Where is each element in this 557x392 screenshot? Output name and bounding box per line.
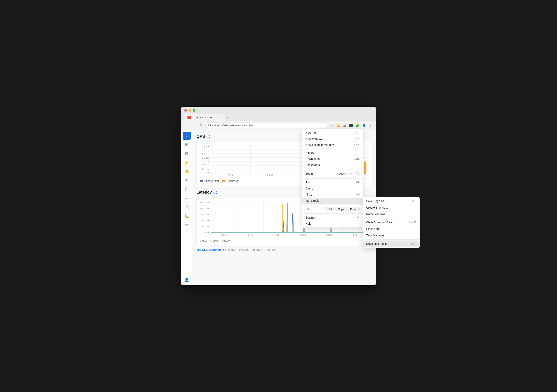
sidebar-item-cluster[interactable]: ⊞ — [183, 140, 191, 149]
document-icon: 📄 — [184, 205, 189, 209]
legend-999: 99.9% — [221, 239, 230, 242]
sidebar-item-user[interactable]: 👤 — [183, 276, 191, 284]
submenu-item-save[interactable]: Save Page As... ⌘S — [363, 198, 419, 204]
submenu-item-name-window[interactable]: Name Window... — [363, 211, 419, 217]
zoom-expand-button[interactable]: ⛶ — [355, 171, 360, 176]
sidebar-item-overview[interactable]: ≡ — [183, 132, 191, 140]
user-icon: 👤 — [184, 278, 189, 282]
menu-item-bookmarks[interactable]: Bookmarks › — [302, 162, 363, 168]
zoom-value: 100% — [338, 172, 347, 175]
sidebar-item-logs[interactable]: 📄 — [183, 203, 191, 211]
more-tools-arrow-icon: › — [359, 199, 360, 202]
chevron-right-icon: › — [225, 248, 226, 252]
menu-item-print[interactable]: Print... ⌘P — [302, 179, 363, 185]
more-menu-button[interactable]: ⋮ — [368, 122, 374, 128]
sidebar-item-monitor[interactable]: 👁 — [183, 176, 191, 184]
legend-99-circle — [210, 240, 212, 242]
sidebar: ≡ ⊞ ⊟ ⚡ 🔔 👁 📋 🛡 📄 — [181, 130, 192, 285]
legend-99: 99% — [210, 239, 218, 242]
puzzle-icon[interactable]: 🧩 — [355, 122, 360, 128]
sidebar-item-alerts[interactable]: 🔔 — [183, 167, 191, 175]
menu-item-downloads[interactable]: Downloads ⌥⌘L — [302, 156, 363, 162]
bell-icon: 🔔 — [184, 169, 189, 174]
help-arrow-icon: › — [359, 222, 360, 225]
maximize-button[interactable] — [193, 109, 196, 112]
top-sql-link[interactable]: Top SQL Statements › — [197, 248, 226, 252]
history-arrow-icon: › — [359, 151, 360, 154]
forward-button[interactable]: › — [191, 122, 197, 128]
sidebar-item-test[interactable]: ⚗ — [183, 221, 191, 229]
zoom-plus-button[interactable]: + — [348, 171, 353, 176]
sidebar-item-diagnosis[interactable]: 📋 — [183, 185, 191, 193]
top-sql-time: Today at 9:30 AM – Today at 10:00 AM — [228, 248, 276, 252]
back-button[interactable]: ‹ — [183, 122, 189, 128]
menu-separator-1 — [302, 149, 363, 149]
qps-y-labels: 3.5 qps 3.0 qps 2.5 qps 2.0 qps 1.5 qps … — [200, 146, 211, 174]
tab-title: TiDB Dashboard — [192, 116, 217, 119]
menu-item-incognito[interactable]: New Incognito Window ⇧⌘N — [302, 142, 363, 148]
window-controls — [184, 109, 373, 112]
cut-button[interactable]: Cut — [325, 207, 334, 211]
clipboard-icon: 📋 — [184, 187, 189, 192]
menu-item-help[interactable]: Help › — [302, 220, 363, 227]
submenu-item-clear-data[interactable]: Clear Browsing Data... ⇧⌘⌫ — [363, 219, 419, 226]
edit-buttons: Cut Copy Paste — [325, 207, 360, 211]
legend-90: 90% — [200, 239, 207, 242]
lightning-icon: ⚡ — [184, 160, 189, 165]
qps-refresh-icon — [207, 135, 210, 138]
paste-button[interactable]: Paste — [348, 207, 360, 211]
browser-window: T TiDB Dashboard ✕ + ‹ › ↻ ℹ ☆ 🔔 ☁ ⬛ 🧩 👤… — [181, 107, 376, 285]
legend-90-circle — [200, 240, 202, 242]
avatar-icon[interactable]: 👤 — [361, 122, 367, 128]
submenu-separator-1 — [363, 218, 419, 218]
latency-legend: 90% 99% 99.9% — [200, 239, 369, 242]
topology-icon: ⊟ — [185, 151, 188, 156]
menu-item-more-tools[interactable]: More Tools › Save Page As... ⌘S Create S… — [302, 198, 363, 204]
close-button[interactable] — [184, 109, 187, 112]
menu-item-zoom[interactable]: Zoom − 100% + ⛶ — [302, 170, 363, 178]
menu-item-cast[interactable]: Cast... — [302, 185, 363, 192]
notifications-icon[interactable]: 🔔 — [335, 122, 341, 128]
legend-999-circle — [221, 240, 223, 242]
submenu-separator-2 — [363, 239, 419, 240]
eye-icon: 👁 — [185, 178, 188, 183]
zoom-minus-button[interactable]: − — [332, 171, 336, 176]
star-icon[interactable]: ☆ — [329, 122, 335, 128]
submenu-item-shortcut[interactable]: Create Shortcut... — [363, 204, 419, 211]
sidebar-item-topology[interactable]: ⊟ — [183, 149, 191, 158]
menu-item-new-window[interactable]: New Window ⌘N — [302, 136, 363, 142]
sidebar-item-security[interactable]: 🛡 — [183, 194, 191, 202]
sidebar-item-debug[interactable]: 🐛 — [183, 212, 191, 220]
sidebar-item-events[interactable]: ⚡ — [183, 158, 191, 167]
minimize-button[interactable] — [188, 109, 191, 112]
browser-tab[interactable]: T TiDB Dashboard ✕ — [184, 114, 225, 121]
submenu-item-extensions[interactable]: Extensions — [363, 226, 419, 232]
menu-separator-4 — [302, 204, 363, 205]
bug-icon: 🐛 — [184, 214, 189, 218]
menu-item-settings[interactable]: Settings ⌘, — [302, 214, 363, 220]
cloud-icon[interactable]: ☁ — [342, 122, 348, 128]
menu-item-history[interactable]: History › — [302, 150, 363, 156]
cluster-icon: ⊞ — [185, 142, 188, 147]
menu-separator-2 — [302, 169, 363, 169]
refresh-button[interactable]: ↻ — [198, 122, 204, 128]
submenu-item-devtools[interactable]: Developer Tools ⌥⌘I — [363, 240, 419, 247]
menu-item-new-tab[interactable]: New Tab ⌘T — [302, 130, 363, 136]
legend-error: Queries Error — [200, 180, 219, 182]
menu-item-find[interactable]: Find... ⌘F — [302, 192, 363, 198]
tab-close-button[interactable]: ✕ — [218, 116, 222, 119]
address-input[interactable] — [210, 124, 325, 127]
menu-item-edit: Edit Cut Copy Paste — [302, 205, 363, 213]
copy-button[interactable]: Copy — [335, 207, 347, 211]
menu-separator-5 — [302, 213, 363, 214]
submenu-item-task-manager[interactable]: Task Manager — [363, 232, 419, 239]
legend-error-color — [200, 180, 203, 182]
screen-icon[interactable]: ⬛ — [348, 122, 354, 128]
svg-rect-15 — [364, 162, 367, 174]
new-tab-button[interactable]: + — [225, 115, 230, 121]
legend-ok: Queries OK — [222, 180, 239, 182]
address-bar: ℹ — [205, 122, 327, 128]
menu-separator-3 — [302, 178, 363, 179]
more-tools-submenu: Save Page As... ⌘S Create Shortcut... Na… — [363, 197, 420, 248]
legend-ok-color — [222, 180, 225, 182]
